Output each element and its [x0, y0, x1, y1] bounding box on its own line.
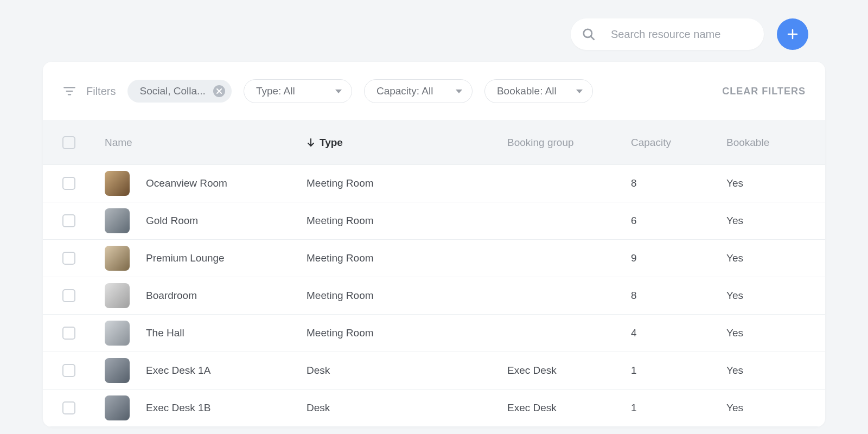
resource-capacity: 1 — [631, 365, 726, 376]
resource-bookable: Yes — [726, 252, 806, 264]
chevron-down-icon — [576, 90, 583, 93]
column-bookable[interactable]: Bookable — [726, 137, 806, 149]
row-checkbox[interactable] — [62, 289, 75, 302]
resource-thumbnail — [105, 171, 130, 196]
filter-capacity-dropdown[interactable]: Capacity: All — [364, 79, 473, 103]
resource-name: Exec Desk 1A — [146, 365, 210, 376]
filter-type-label: Type: All — [256, 85, 295, 97]
resource-thumbnail — [105, 321, 130, 346]
column-name[interactable]: Name — [105, 137, 307, 149]
resource-name: The Hall — [146, 327, 184, 339]
search-box[interactable] — [571, 18, 764, 50]
resource-name: Exec Desk 1B — [146, 402, 210, 414]
resource-type: Meeting Room — [307, 290, 507, 302]
resource-type: Desk — [307, 402, 507, 414]
resource-capacity: 6 — [631, 215, 726, 227]
resource-type: Desk — [307, 365, 507, 376]
resource-name: Boardroom — [146, 290, 197, 302]
resource-thumbnail — [105, 358, 130, 383]
filter-capacity-label: Capacity: All — [376, 85, 433, 97]
resource-thumbnail — [105, 208, 130, 233]
resource-capacity: 8 — [631, 290, 726, 302]
resource-thumbnail — [105, 246, 130, 271]
resource-thumbnail — [105, 395, 130, 420]
add-button[interactable] — [777, 18, 808, 50]
select-all-checkbox[interactable] — [62, 136, 75, 149]
resource-type: Meeting Room — [307, 177, 507, 189]
filter-bookable-label: Bookable: All — [497, 85, 557, 97]
table-row[interactable]: Oceanview Room Meeting Room 8 Yes — [43, 165, 825, 202]
resource-name: Gold Room — [146, 215, 198, 227]
resource-bookable: Yes — [726, 327, 806, 339]
clear-filters-button[interactable]: CLEAR FILTERS — [722, 86, 806, 97]
row-checkbox[interactable] — [62, 177, 75, 190]
filter-bookable-dropdown[interactable]: Bookable: All — [484, 79, 593, 103]
filters-label: Filters — [86, 85, 116, 98]
filter-icon — [62, 85, 76, 97]
row-checkbox[interactable] — [62, 214, 75, 227]
filters-row: Filters Social, Colla... Type: All Capac… — [43, 62, 825, 120]
filter-type-dropdown[interactable]: Type: All — [244, 79, 352, 103]
sort-desc-icon — [307, 138, 315, 148]
column-booking-group[interactable]: Booking group — [507, 137, 631, 149]
table-row[interactable]: Exec Desk 1B Desk Exec Desk 1 Yes — [43, 390, 825, 427]
resource-capacity: 9 — [631, 252, 726, 264]
resource-bookable: Yes — [726, 402, 806, 414]
resource-thumbnail — [105, 283, 130, 308]
table-header: Name Type Booking group Capacity Bookabl… — [43, 120, 825, 165]
row-checkbox[interactable] — [62, 252, 75, 265]
row-checkbox[interactable] — [62, 364, 75, 377]
table-row[interactable]: Premium Lounge Meeting Room 9 Yes — [43, 240, 825, 277]
resource-type: Meeting Room — [307, 252, 507, 264]
resource-name: Oceanview Room — [146, 177, 227, 189]
plus-icon — [786, 28, 799, 41]
close-icon — [216, 88, 222, 94]
svg-line-1 — [591, 36, 593, 39]
resource-type: Meeting Room — [307, 215, 507, 227]
resource-bookable: Yes — [726, 290, 806, 302]
table-row[interactable]: Boardroom Meeting Room 8 Yes — [43, 277, 825, 315]
resource-bookable: Yes — [726, 365, 806, 376]
resource-name: Premium Lounge — [146, 252, 225, 264]
resource-capacity: 8 — [631, 177, 726, 189]
search-icon — [582, 27, 596, 41]
resource-bookable: Yes — [726, 177, 806, 189]
resource-booking-group: Exec Desk — [507, 365, 631, 376]
chip-remove-button[interactable] — [213, 85, 225, 97]
resource-type: Meeting Room — [307, 327, 507, 339]
column-capacity[interactable]: Capacity — [631, 137, 726, 149]
filter-chip-label: Social, Colla... — [139, 85, 205, 97]
table-row[interactable]: Gold Room Meeting Room 6 Yes — [43, 202, 825, 240]
resource-bookable: Yes — [726, 215, 806, 227]
resource-capacity: 1 — [631, 402, 726, 414]
column-type-label: Type — [320, 137, 343, 149]
table-row[interactable]: Exec Desk 1A Desk Exec Desk 1 Yes — [43, 352, 825, 390]
resource-capacity: 4 — [631, 327, 726, 339]
table-row[interactable]: The Hall Meeting Room 4 Yes — [43, 315, 825, 352]
row-checkbox[interactable] — [62, 327, 75, 340]
row-checkbox[interactable] — [62, 401, 75, 414]
resources-card: Filters Social, Colla... Type: All Capac… — [43, 62, 825, 427]
resource-booking-group: Exec Desk — [507, 402, 631, 414]
chevron-down-icon — [456, 90, 462, 93]
filter-chip-tags[interactable]: Social, Colla... — [127, 80, 231, 103]
column-type[interactable]: Type — [307, 137, 507, 149]
chevron-down-icon — [335, 90, 342, 93]
search-input[interactable] — [611, 28, 753, 41]
